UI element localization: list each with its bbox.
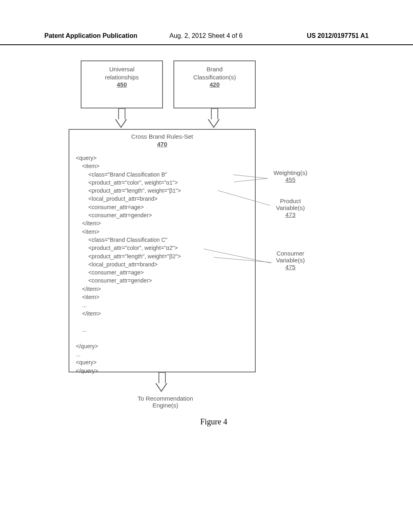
xml-code: <query> <item> <class="Brand Classificat… — [69, 154, 255, 375]
annot-label: Consumer Variable(s) — [266, 250, 315, 264]
hdr-mid: Aug. 2, 2012 Sheet 4 of 6 — [169, 32, 242, 39]
annot-num: 473 — [266, 211, 315, 218]
figure-4-diagram: Universal relationships 450 Brand Classi… — [69, 60, 359, 484]
box-num: 420 — [174, 81, 255, 88]
figure-label: Figure 4 — [69, 417, 359, 426]
page-header: Patent Application Publication Aug. 2, 2… — [0, 32, 413, 45]
annot-consumer-vars: Consumer Variable(s) 475 — [266, 250, 315, 270]
annot-num: 455 — [266, 176, 315, 183]
box-num: 450 — [81, 81, 162, 88]
box-universal-relationships: Universal relationships 450 — [81, 60, 163, 108]
annot-product-vars: Product Variable(s) 473 — [266, 197, 315, 218]
arrow-down-icon — [208, 108, 220, 128]
annot-label: Weighting(s) — [266, 169, 315, 176]
hdr-left: Patent Application Publication — [44, 32, 138, 39]
annot-label: Product Variable(s) — [266, 197, 315, 211]
annot-weightings: Weighting(s) 455 — [266, 169, 315, 183]
page: Patent Application Publication Aug. 2, 2… — [0, 0, 413, 532]
box-title: Universal relationships — [81, 65, 162, 81]
hdr-right: US 2012/0197751 A1 — [307, 32, 369, 39]
arrow-down-icon — [155, 372, 167, 392]
arrow-down-icon — [115, 108, 127, 128]
dest-label: To Recommendation Engine(s) — [125, 395, 206, 409]
main-title: Cross Brand Rules-Set — [69, 133, 255, 140]
box-cross-brand-rules: Cross Brand Rules-Set 470 <query> <item>… — [69, 129, 256, 372]
box-brand-classification: Brand Classification(s) 420 — [173, 60, 256, 108]
box-title: Brand Classification(s) — [174, 65, 255, 81]
annot-num: 475 — [266, 264, 315, 270]
main-num: 470 — [69, 141, 255, 148]
